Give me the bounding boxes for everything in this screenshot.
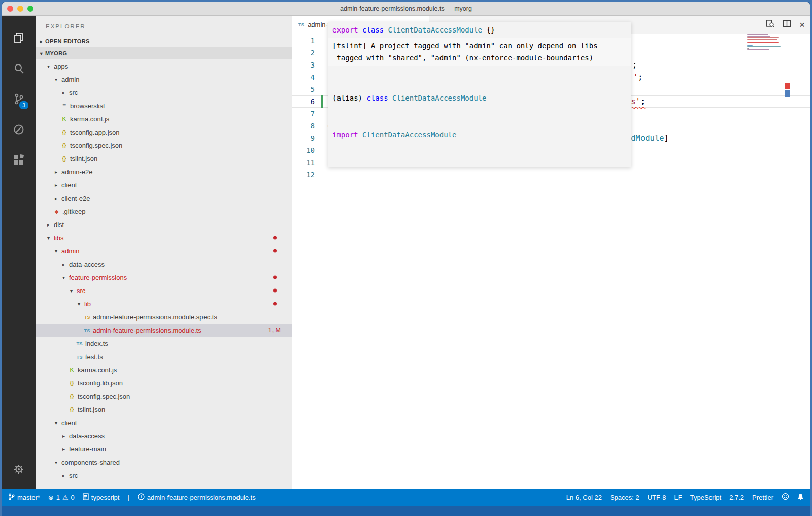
status-bar: master* ⊗ 1 ⚠ 0 typescript | admin-featu… <box>2 489 810 506</box>
status-item[interactable]: Ln 6, Col 22 <box>566 494 602 501</box>
list-file-icon: ≡ <box>60 102 69 109</box>
minimap[interactable] <box>747 34 780 52</box>
code-line-12[interactable]: 12 <box>292 169 810 181</box>
tree-file-karma.conf.js[interactable]: Kkarma.conf.js <box>36 363 292 376</box>
chevron-right-icon: ▸ <box>60 446 67 452</box>
tree-item-label: components-shared <box>61 459 120 466</box>
chevron-right-icon: ▸ <box>52 169 60 175</box>
tree-folder-data-access[interactable]: ▸data-access <box>36 257 292 271</box>
status-item[interactable]: 2.7.2 <box>729 494 744 501</box>
open-editors-section[interactable]: ▸ OPEN EDITORS <box>36 35 292 47</box>
json-file-icon: {} <box>60 156 69 162</box>
tree-file-.gitkeep[interactable]: ◆.gitkeep <box>36 205 292 218</box>
notifications-bell-icon[interactable] <box>797 493 804 502</box>
settings-gear-icon[interactable] <box>2 457 36 481</box>
code-text: ; <box>632 59 637 71</box>
tree-item-label: tsconfig.app.json <box>70 128 120 136</box>
tree-item-label: tslint.json <box>70 155 97 163</box>
tree-folder-libs[interactable]: ▾libs <box>36 231 292 244</box>
tree-folder-lib[interactable]: ▾lib <box>36 297 292 310</box>
scm-badge: 3 <box>18 100 29 110</box>
chevron-down-icon: ▾ <box>52 460 60 465</box>
tree-item-label: karma.conf.js <box>78 366 117 374</box>
tree-file-tsconfig.spec.json[interactable]: {}tsconfig.spec.json <box>36 390 292 403</box>
error-icon: ⊗ <box>48 494 54 501</box>
tree-folder-admin-e2e[interactable]: ▸admin-e2e <box>36 165 292 178</box>
file-status-item[interactable]: admin-feature-permissions.module.ts <box>138 493 256 502</box>
tree-item-label: lib <box>84 300 91 308</box>
tree-file-admin-feature-permissions.module.ts[interactable]: TSadmin-feature-permissions.module.ts1, … <box>36 324 292 337</box>
tree-item-label: .gitkeep <box>62 208 86 215</box>
workspace-section[interactable]: ▾ MYORG <box>36 47 292 59</box>
open-preview-icon[interactable] <box>766 19 774 30</box>
tree-file-karma.conf.js[interactable]: Kkarma.conf.js <box>36 112 292 125</box>
tree-item-label: browserslist <box>70 102 105 110</box>
status-item[interactable]: Spaces: 2 <box>610 494 639 501</box>
source-control-icon[interactable]: 3 <box>2 84 36 114</box>
tree-folder-src[interactable]: ▸src <box>36 86 292 99</box>
extensions-icon[interactable] <box>2 145 36 175</box>
tree-item-label: data-access <box>69 432 105 440</box>
window-title: admin-feature-permissions.module.ts — my… <box>340 5 472 12</box>
info-icon <box>138 493 145 502</box>
ts-file-icon: TS <box>83 328 91 333</box>
close-window-button[interactable] <box>7 6 13 12</box>
explorer-sidebar: EXPLORER ▸ OPEN EDITORS ▾ MYORG ▾apps▾ad… <box>36 16 292 489</box>
status-item[interactable]: TypeScript <box>690 494 721 501</box>
tree-file-browserslist[interactable]: ≡browserslist <box>36 99 292 112</box>
tree-file-tsconfig.lib.json[interactable]: {}tsconfig.lib.json <box>36 376 292 390</box>
desktop-background: admin-feature-permissions.module.ts — my… <box>0 0 812 516</box>
tree-file-tsconfig.spec.json[interactable]: {}tsconfig.spec.json <box>36 139 292 152</box>
feedback-smiley-icon[interactable] <box>782 493 789 502</box>
tree-file-tslint.json[interactable]: {}tslint.json <box>36 152 292 165</box>
hover-tooltip: export class ClientDataAccessModule {} [… <box>328 22 631 167</box>
status-item[interactable]: LF <box>674 494 682 501</box>
tree-item-label: feature-permissions <box>69 274 127 281</box>
json-file-icon: {} <box>67 380 76 386</box>
tree-folder-feature-main[interactable]: ▸feature-main <box>36 442 292 456</box>
explorer-icon[interactable] <box>2 23 36 53</box>
error-count: 1 <box>56 494 60 501</box>
status-right-items: Ln 6, Col 22Spaces: 2UTF-8LFTypeScript2.… <box>566 494 773 501</box>
tree-folder-admin[interactable]: ▾admin <box>36 73 292 86</box>
tree-file-tsconfig.app.json[interactable]: {}tsconfig.app.json <box>36 125 292 139</box>
zoom-window-button[interactable] <box>27 6 33 12</box>
debug-icon[interactable] <box>2 114 36 145</box>
tree-folder-feature-permissions[interactable]: ▾feature-permissions <box>36 271 292 284</box>
chevron-down-icon: ▾ <box>52 248 60 254</box>
tree-folder-client-e2e[interactable]: ▸client-e2e <box>36 191 292 205</box>
tree-folder-src[interactable]: ▸src <box>36 469 292 482</box>
problems-item[interactable]: ⊗ 1 ⚠ 0 <box>48 494 75 501</box>
close-editor-icon[interactable]: × <box>799 20 805 29</box>
chevron-right-icon: ▸ <box>60 262 67 267</box>
line-number: 3 <box>292 59 315 71</box>
tree-folder-dist[interactable]: ▸dist <box>36 218 292 231</box>
tree-file-index.ts[interactable]: TSindex.ts <box>36 337 292 350</box>
dock-strip <box>2 506 810 516</box>
line-number: 10 <box>292 144 315 156</box>
tree-folder-data-access[interactable]: ▸data-access <box>36 429 292 442</box>
tree-folder-components-shared[interactable]: ▾components-shared <box>36 456 292 469</box>
tree-item-label: data-access <box>69 261 105 268</box>
status-item[interactable]: Prettier <box>752 494 773 501</box>
search-icon[interactable] <box>2 53 36 84</box>
tree-folder-apps[interactable]: ▾apps <box>36 59 292 73</box>
git-branch-item[interactable]: master* <box>8 493 40 502</box>
tree-folder-client[interactable]: ▾client <box>36 416 292 429</box>
tree-file-tslint.json[interactable]: {}tslint.json <box>36 403 292 416</box>
modified-dot-badge <box>273 302 277 306</box>
tree-folder-src[interactable]: ▾src <box>36 284 292 297</box>
minimize-window-button[interactable] <box>17 6 23 12</box>
tree-item-label: index.ts <box>85 340 108 347</box>
tree-item-label: tslint.json <box>78 406 105 413</box>
tree-folder-admin[interactable]: ▾admin <box>36 244 292 257</box>
document-icon <box>83 493 89 502</box>
git-branch-icon <box>8 493 15 502</box>
language-status-item[interactable]: typescript <box>83 493 120 502</box>
tree-file-test.ts[interactable]: TStest.ts <box>36 350 292 363</box>
status-item[interactable]: UTF-8 <box>648 494 666 501</box>
tree-folder-client[interactable]: ▸client <box>36 178 292 191</box>
tree-file-admin-feature-permissions.module.spec.ts[interactable]: TSadmin-feature-permissions.module.spec.… <box>36 310 292 324</box>
split-editor-icon[interactable] <box>783 19 791 30</box>
chevron-down-icon: ▾ <box>45 63 52 69</box>
